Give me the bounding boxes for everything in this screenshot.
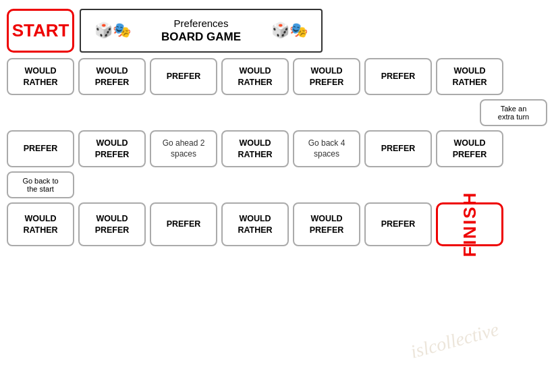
start-label: START — [12, 20, 70, 41]
dice-icon-right: 🎲🎭 — [271, 22, 308, 39]
spacer-4 — [221, 99, 289, 126]
title-icons-row: 🎲🎭 Preferences BOARD GAME 🎲🎭 — [94, 18, 308, 44]
row1-cell-1: WOULD RATHER — [7, 58, 74, 95]
row3-cell-5: WOULD PREFER — [293, 202, 360, 246]
spacer-8 — [150, 171, 217, 198]
row3-cell-1: WOULD RATHER — [7, 202, 74, 246]
row1-cell-4: WOULD RATHER — [221, 58, 289, 95]
row1-cell-2: WOULD PREFER — [78, 58, 146, 95]
title-line1: Preferences — [138, 18, 265, 29]
spacer-2 — [78, 99, 146, 126]
row3: WOULD RATHER WOULD PREFER PREFER WOULD R… — [7, 202, 547, 246]
spacer-3 — [150, 99, 217, 126]
spacer-9 — [221, 171, 289, 198]
title-box: 🎲🎭 Preferences BOARD GAME 🎲🎭 — [80, 9, 323, 53]
row1: WOULD RATHER WOULD PREFER PREFER WOULD R… — [7, 58, 547, 95]
row2-cell-3-go-ahead: Go ahead 2 spaces — [150, 130, 217, 167]
spacer-1 — [7, 99, 74, 126]
finish-cell: FINISH — [436, 202, 503, 246]
spacer-5 — [293, 99, 360, 126]
row2-cell-5-go-back: Go back 4 spaces — [293, 130, 360, 167]
spacer-7 — [78, 171, 146, 198]
row2: PREFER WOULD PREFER Go ahead 2 spaces WO… — [7, 130, 547, 167]
row1-cell-6: PREFER — [364, 58, 432, 95]
row1-cell-7: WOULD RATHER — [436, 58, 503, 95]
row2-cell-7: WOULD PREFER — [436, 130, 503, 167]
row3-cell-4: WOULD RATHER — [221, 202, 289, 246]
spacer-10 — [293, 171, 360, 198]
spacer-6 — [364, 99, 432, 126]
row1-cell-5: WOULD PREFER — [293, 58, 360, 95]
row2-cell-4: WOULD RATHER — [221, 130, 289, 167]
row3-cell-3: PREFER — [150, 202, 217, 246]
title-line2: BOARD GAME — [138, 30, 265, 44]
top-row: START 🎲🎭 Preferences BOARD GAME 🎲🎭 — [7, 7, 547, 54]
row3-cell-6: PREFER — [364, 202, 432, 246]
go-back-start-cell: Go back to the start — [7, 171, 74, 198]
dice-icon-left: 🎲🎭 — [94, 22, 131, 39]
row2-cell-6: PREFER — [364, 130, 432, 167]
take-extra-turn-cell: Take an extra turn — [480, 99, 547, 126]
row1-cell-3: PREFER — [150, 58, 217, 95]
row2-cell-1: PREFER — [7, 130, 74, 167]
board: START 🎲🎭 Preferences BOARD GAME 🎲🎭 WOULD… — [0, 0, 554, 392]
row3-cell-2: WOULD PREFER — [78, 202, 146, 246]
finish-label: FINISH — [460, 192, 480, 257]
start-cell: START — [7, 9, 74, 53]
row2-cell-2: WOULD PREFER — [78, 130, 146, 167]
spacer-row-1: Take an extra turn — [7, 99, 547, 126]
spacer-11 — [364, 171, 432, 198]
